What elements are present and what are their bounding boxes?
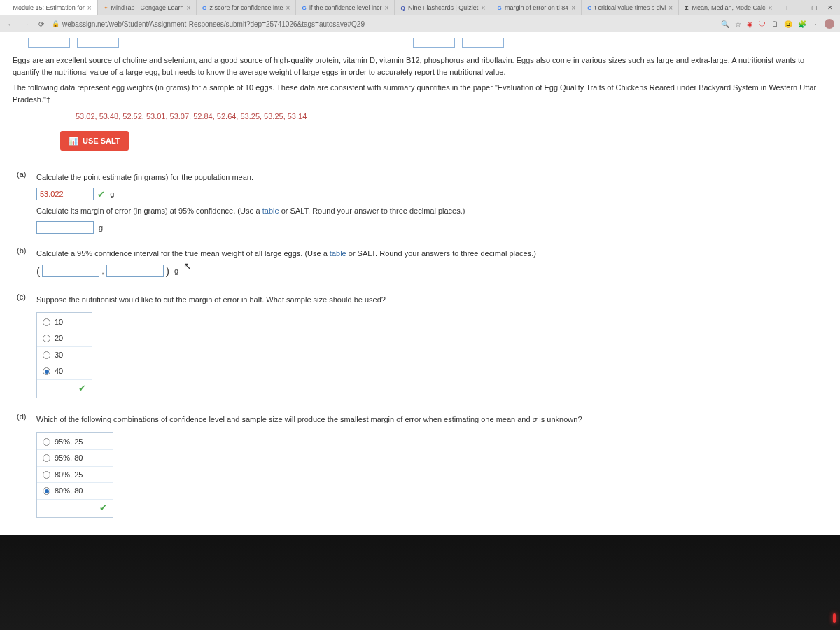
use-salt-button[interactable]: 📊 USE SALT (60, 131, 129, 151)
tab-title: MindTap - Cengage Learn (111, 4, 184, 11)
tab-title: if the confidence level incr (309, 4, 382, 11)
tab-title: Mean, Median, Mode Calc (692, 4, 766, 11)
toolbar-box[interactable] (28, 38, 70, 48)
intro-paragraph-2: The following data represent egg weights… (13, 82, 827, 105)
unit-label: g (174, 267, 178, 275)
tab-title: z score for confidence inte (209, 4, 283, 11)
part-c: (c) Suppose the nutritionist would like … (13, 291, 827, 398)
new-tab-button[interactable]: + (778, 3, 795, 13)
back-button[interactable]: ← (6, 20, 15, 28)
minimize-icon[interactable]: — (795, 4, 802, 11)
tab-zscore[interactable]: G z score for confidence inte × (197, 0, 296, 15)
radio-label: 95%, 80 (55, 452, 83, 464)
part-a-q2: Calculate its margin of error (in grams)… (36, 205, 827, 217)
shield-icon[interactable]: 🛡 (759, 20, 766, 28)
sigma-icon: Σ (685, 4, 690, 11)
radio-label: 80%, 25 (55, 469, 83, 481)
tab-title: margin of error on ti 84 (505, 4, 568, 11)
tab-confidence-level[interactable]: G if the confidence level incr × (296, 0, 395, 15)
close-paren: ) (166, 265, 169, 277)
question-content: Eggs are an excellent source of choline … (0, 48, 840, 535)
maximize-icon[interactable]: ▢ (811, 4, 818, 11)
table-link[interactable]: table (330, 249, 346, 258)
forward-button[interactable]: → (21, 20, 31, 28)
url-display[interactable]: 🔒 webassign.net/web/Student/Assignment-R… (52, 20, 365, 28)
tab-favicon (6, 4, 10, 11)
close-icon[interactable]: × (668, 4, 673, 12)
check-icon: ✔ (78, 383, 86, 393)
radio-icon (43, 318, 50, 326)
tab-quizlet[interactable]: Q Nine Flashcards | Quizlet × (395, 0, 491, 15)
part-c-q: Suppose the nutritionist would like to c… (36, 294, 827, 306)
table-link[interactable]: table (262, 206, 279, 215)
radio-label: 80%, 80 (55, 485, 83, 497)
margin-error-input[interactable] (36, 221, 94, 234)
ext-red-icon[interactable]: ◉ (747, 20, 753, 28)
tab-mindtap[interactable]: ✦ MindTap - Cengage Learn × (98, 0, 197, 15)
part-d-options: 95%, 25 95%, 80 80%, 25 80%, 80 ✔ (36, 432, 113, 519)
close-icon[interactable]: × (385, 4, 389, 12)
address-bar: ← → ⟳ 🔒 webassign.net/web/Student/Assign… (0, 15, 840, 32)
salt-label: USE SALT (83, 135, 120, 147)
close-icon[interactable]: × (481, 4, 485, 12)
point-estimate-input[interactable] (36, 188, 94, 200)
part-b: (b) Calculate a 95% confidence interval … (13, 245, 827, 285)
close-icon[interactable]: × (88, 4, 92, 12)
radio-option-10[interactable]: 10 (37, 314, 92, 330)
radio-icon (43, 487, 50, 495)
face-icon[interactable]: 😐 (784, 20, 792, 28)
part-label: (b) (13, 245, 36, 285)
unit-label: g (99, 223, 103, 232)
radio-option-20[interactable]: 20 (37, 330, 92, 346)
radio-icon (43, 454, 50, 462)
url-text: webassign.net/web/Student/Assignment-Res… (62, 20, 365, 28)
led-indicator (833, 613, 836, 623)
close-icon[interactable]: × (571, 4, 575, 12)
toolbar-box[interactable] (462, 38, 504, 48)
avatar[interactable] (825, 19, 834, 29)
google-icon: G (497, 4, 502, 11)
ci-lower-input[interactable] (42, 265, 99, 277)
ci-upper-input[interactable] (106, 265, 164, 277)
tab-favicon: ✦ (104, 4, 108, 11)
tab-module-15[interactable]: Module 15: Estimation for × (0, 0, 98, 15)
unit-label: g (110, 190, 114, 198)
window-controls: — ▢ ✕ (795, 4, 840, 11)
tab-margin-error[interactable]: G margin of error on ti 84 × (491, 0, 582, 15)
radio-label: 95%, 25 (55, 436, 83, 448)
part-d-q: Which of the following combinations of c… (36, 414, 827, 426)
webassign-toolbar (0, 32, 840, 48)
radio-option-40[interactable]: 40 (37, 363, 92, 379)
tab-mean-median[interactable]: Σ Mean, Median, Mode Calc × (679, 0, 778, 15)
radio-option-80-25[interactable]: 80%, 25 (37, 466, 113, 483)
reload-button[interactable]: ⟳ (36, 20, 46, 28)
radio-icon (43, 335, 50, 342)
tab-tcritical[interactable]: G t critical value times s divi × (582, 0, 679, 15)
close-icon[interactable]: × (769, 4, 773, 12)
toolbar-box[interactable] (77, 38, 119, 48)
check-icon: ✔ (97, 189, 105, 200)
part-c-options: 10 20 30 40 ✔ (36, 312, 92, 399)
close-icon[interactable]: × (187, 4, 191, 12)
radio-label: 30 (55, 349, 63, 361)
radio-option-80-80[interactable]: 80%, 80 (37, 482, 113, 499)
radio-option-95-25[interactable]: 95%, 25 (37, 434, 113, 450)
radio-icon (43, 438, 50, 446)
star-icon[interactable]: ☆ (735, 20, 741, 28)
search-icon[interactable]: 🔍 (721, 20, 729, 28)
radio-option-95-80[interactable]: 95%, 80 (37, 449, 113, 466)
radio-option-30[interactable]: 30 (37, 346, 92, 363)
note-icon[interactable]: 🗒 (771, 20, 778, 28)
tab-title: t critical value times s divi (595, 4, 666, 11)
radio-icon (43, 368, 50, 375)
check-icon: ✔ (99, 503, 107, 513)
menu-icon[interactable]: ⋮ (812, 20, 819, 28)
sample-data: 53.02, 53.48, 52.52, 53.01, 53.07, 52.84… (76, 111, 827, 122)
toolbar-box[interactable] (413, 38, 455, 48)
google-icon: G (202, 4, 207, 11)
close-icon[interactable]: × (286, 4, 290, 12)
puzzle-icon[interactable]: 🧩 (798, 20, 806, 28)
part-d: (d) Which of the following combinations … (13, 411, 827, 518)
chart-icon: 📊 (69, 135, 78, 147)
close-window-icon[interactable]: ✕ (827, 4, 833, 11)
